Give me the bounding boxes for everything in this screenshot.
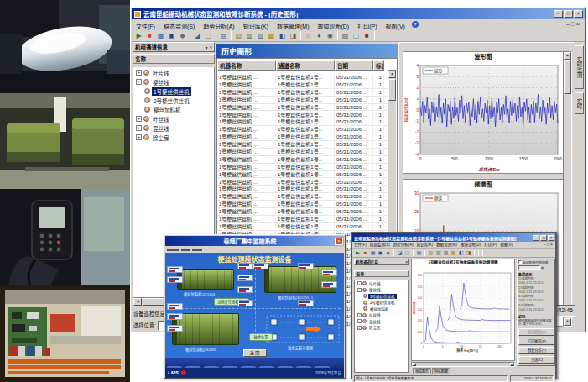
edit-icon[interactable]: ▥ — [434, 249, 442, 257]
tree-column-header[interactable]: 名称 — [133, 54, 215, 64]
taskbar-item[interactable] — [166, 366, 183, 369]
tree-item[interactable]: 梗丝加料机 — [133, 105, 214, 114]
panel-button[interactable]: 趋势分析(T) — [518, 347, 555, 354]
preview-icon[interactable]: ▢ — [351, 30, 362, 41]
table-row[interactable]: 1号梗丝供丝机 ...1号梗丝供丝机1号...05/31/2006 ...1 — [217, 208, 397, 216]
table-row[interactable]: 1号梗丝供丝机 ...1号梗丝供丝机1号...05/31/2006 ...1 — [217, 141, 397, 149]
spec-hscrollbar[interactable]: ◀ ▶ — [411, 362, 515, 367]
menu-item[interactable]: 趋势分析(A) — [392, 242, 415, 249]
restore-button[interactable]: □ — [564, 10, 573, 18]
table-row[interactable]: 1号梗丝供丝机 ...1号梗丝供丝机1号...05/31/2006 ...1 — [217, 97, 397, 104]
new-icon[interactable]: ▧ — [427, 249, 434, 257]
table-row[interactable]: 1号梗丝供丝机 ...1号梗丝供丝机1号...05/31/2006 ...1 — [217, 223, 397, 231]
tree-item[interactable]: +叶片线 — [355, 280, 408, 287]
settings-icon[interactable]: ☼ — [303, 30, 314, 41]
table-row[interactable]: 1号梗丝供丝机 ...1号梗丝供丝机1号...05/31/2006 ...1 — [217, 156, 397, 164]
channels-icon[interactable]: ▦ — [155, 30, 166, 41]
menu-item[interactable]: 稳态监测(S) — [368, 242, 392, 249]
tab-data[interactable]: 特征数据 — [432, 368, 450, 374]
monitor-icon[interactable]: ▣ — [377, 249, 384, 257]
grid-icon[interactable]: ▤ — [218, 30, 229, 41]
tree-item[interactable]: 1号梗丝供丝机 — [133, 86, 214, 96]
minimize-button[interactable]: – — [554, 10, 563, 18]
menu-item[interactable]: 故障诊断(D) — [459, 242, 482, 249]
menu-item[interactable]: 打印(P) — [482, 242, 498, 249]
copy-icon[interactable]: ▨ — [442, 249, 450, 257]
table-row[interactable]: 1号梗丝供丝机 ...1号梗丝供丝机1号...05/31/2006 ...1 — [217, 201, 397, 208]
column-date[interactable]: 日期 — [335, 60, 373, 71]
taskbar-item[interactable] — [258, 366, 275, 369]
folder-icon[interactable]: ▩ — [266, 30, 277, 41]
tree-item[interactable]: +叶丝线 — [355, 312, 408, 319]
spec-restore-button[interactable]: □ — [540, 235, 547, 241]
report-icon[interactable]: ▢ — [203, 30, 214, 41]
table-row[interactable]: 1号梗丝供丝机 ...1号梗丝供丝机1号...05/31/2006 ...1 — [217, 149, 397, 156]
report-icon[interactable]: ▢ — [403, 249, 411, 257]
graph-icon[interactable]: ◪ — [192, 30, 203, 41]
auto-refresh-checkbox[interactable] — [518, 260, 522, 264]
graph-icon[interactable]: ◪ — [396, 249, 403, 257]
key-icon[interactable]: ◆ — [177, 30, 188, 41]
taskbar-item[interactable] — [314, 366, 330, 369]
column-channel[interactable]: 通道名称 — [276, 60, 335, 71]
panel-button[interactable]: 实时刷新(S) — [518, 328, 555, 336]
export-icon[interactable]: ◨ — [288, 30, 299, 41]
tab-spectrum[interactable]: 频谱图形 — [413, 368, 431, 374]
table-row[interactable]: 1号梗丝供丝机 ...1号梗丝供丝机1号...05/31/2006 ...1 — [217, 104, 397, 112]
edit-icon[interactable]: ▥ — [244, 30, 255, 41]
spec-mdi-controls[interactable]: – □ × — [544, 243, 553, 247]
taskbar-item[interactable] — [185, 366, 201, 369]
menu-item[interactable]: 文件(F) — [352, 242, 368, 249]
taskbar-item[interactable] — [240, 366, 257, 369]
tree-item[interactable]: +混丝线 — [355, 318, 408, 325]
copy-icon[interactable]: ▨ — [255, 30, 266, 41]
spec-tree-column[interactable]: 名称 — [354, 270, 409, 277]
dock-close-icon[interactable]: × — [209, 44, 212, 50]
tree-item[interactable]: +叶片线 — [133, 68, 214, 77]
menu-item[interactable]: 知识库(K) — [415, 242, 435, 249]
save-icon[interactable]: ◧ — [277, 30, 288, 41]
stop-icon[interactable]: ■ — [362, 249, 369, 257]
column-machine[interactable]: 机器名称 — [217, 60, 276, 71]
table-row[interactable]: 1号梗丝供丝机 ...1号梗丝供丝机1号...05/31/2006 ...1 — [217, 193, 397, 201]
spec-close-button[interactable]: × — [548, 235, 554, 241]
table-row[interactable]: 1号梗丝供丝机 ...1号梗丝供丝机1号...05/31/2006 ...1 — [217, 216, 397, 223]
start-icon[interactable]: ▶ — [354, 249, 362, 257]
tree-item[interactable]: 1号梗丝供丝机 — [355, 293, 408, 300]
tree-item[interactable]: -梗丝线 — [133, 77, 214, 86]
tree-item[interactable]: +除尘房 — [355, 325, 408, 332]
menu-item[interactable]: 视图(V) — [498, 242, 514, 249]
tree-item[interactable]: +叶丝线 — [133, 114, 214, 123]
save-icon[interactable]: ◧ — [457, 249, 465, 257]
panel-button[interactable]: 打印图形(P) — [518, 338, 555, 345]
tab-realtime-wave[interactable]: 实时波形 — [575, 92, 584, 114]
taskbar-item[interactable] — [295, 366, 312, 369]
tree-item[interactable]: 2号梗丝供丝机 — [355, 300, 408, 306]
tab-realtime-monitor[interactable]: 实时监测 — [575, 45, 584, 89]
folder-icon[interactable]: ▩ — [450, 249, 457, 257]
table-row[interactable]: 1号梗丝供丝机 ...1号梗丝供丝机1号...05/31/2006 ...1 — [217, 118, 397, 126]
menu-item[interactable]: 数据管理(M) — [434, 242, 459, 249]
charts-vscrollbar[interactable]: ▲ ▼ — [563, 51, 572, 327]
monitor-close-icon[interactable]: × — [335, 238, 343, 245]
tree-item[interactable]: +混丝线 — [133, 123, 214, 133]
new-icon[interactable]: ▧ — [233, 30, 244, 41]
tree-item[interactable]: +除尘房 — [133, 133, 214, 142]
table-row[interactable]: 1号梗丝供丝机 ...1号梗丝供丝机1号...05/31/2006 ...1 — [217, 178, 397, 186]
tree-item[interactable]: 梗丝加料机 — [355, 306, 408, 312]
spec-dock-close-icon[interactable]: × — [405, 260, 408, 264]
help-icon[interactable]: ? — [412, 21, 419, 28]
table-row[interactable]: 1号梗丝供丝机 ...1号梗丝供丝机1号...05/31/2006 ...1 — [217, 133, 397, 141]
mdi-window-controls[interactable]: – □ × — [566, 21, 580, 27]
taskbar-item[interactable] — [203, 366, 220, 369]
grid-icon[interactable]: ▤ — [415, 249, 423, 257]
start-icon[interactable]: ▶ — [133, 30, 144, 41]
table-row[interactable]: 1号梗丝供丝机 ...1号梗丝供丝机1号...05/31/2006 ...1 — [217, 171, 397, 179]
table-row[interactable]: 1号梗丝供丝机 ...1号梗丝供丝机1号...05/31/2006 ...1 — [217, 164, 397, 171]
column-flag[interactable]: 标志 — [373, 60, 384, 71]
tree-item[interactable]: 2号梗丝供丝机 — [133, 96, 214, 105]
exit-icon[interactable]: ■ — [362, 30, 372, 41]
panel-button[interactable]: 关闭(C) — [518, 356, 555, 364]
table-row[interactable]: 1号梗丝供丝机 ...1号梗丝供丝机1号...05/31/2006 ...1 — [217, 111, 397, 118]
pin-icon[interactable]: ▾ — [205, 44, 207, 50]
